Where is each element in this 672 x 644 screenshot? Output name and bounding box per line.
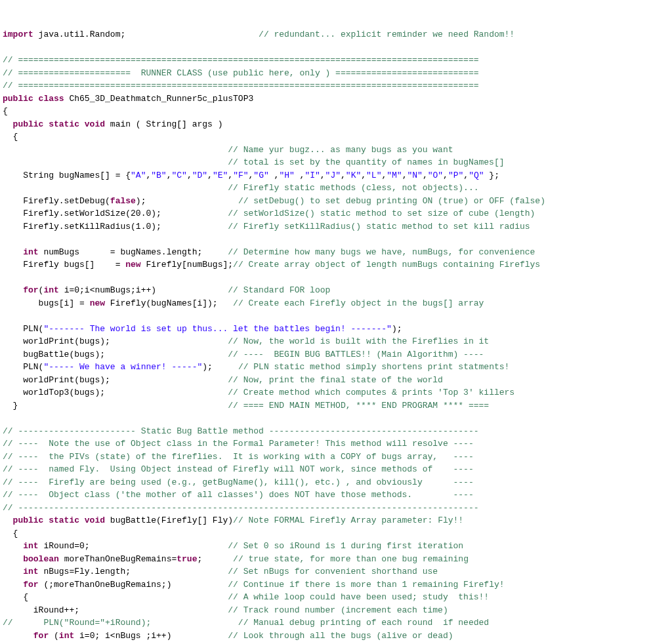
comment: // ==== END MAIN METHOD, **** END PROGRA… bbox=[228, 401, 489, 411]
keyword: false bbox=[110, 196, 136, 206]
code-text: } bbox=[3, 401, 228, 411]
comment: // =====================================… bbox=[3, 81, 479, 91]
punct: ); bbox=[202, 362, 238, 372]
code-text: java.util.Random; bbox=[33, 30, 259, 39]
code-text: iRound++; bbox=[3, 605, 228, 615]
comment: // Firefly setKillRadius() static method… bbox=[228, 222, 530, 231]
keyword: int bbox=[3, 567, 39, 576]
brace: { bbox=[3, 132, 18, 142]
code-text: worldPrint(bugs); bbox=[3, 375, 228, 385]
comment: // Track round number (increment each ti… bbox=[228, 605, 448, 615]
comment: // =====================================… bbox=[3, 55, 479, 65]
comment: // ====================== RUNNER CLASS (… bbox=[3, 68, 479, 78]
string: "O" bbox=[428, 171, 443, 180]
punct: , bbox=[295, 171, 305, 180]
keyword: int bbox=[59, 631, 74, 641]
comment: // Set 0 so iRound is 1 during first ite… bbox=[228, 541, 463, 551]
comment: // ---- the PIVs (state) of the fireflie… bbox=[3, 452, 474, 462]
keyword: new bbox=[125, 260, 140, 270]
code-text: iRound=0; bbox=[39, 541, 228, 551]
comment: // Create each Firefly object in the bug… bbox=[233, 298, 484, 308]
punct: , bbox=[207, 171, 213, 180]
comment: // ---- BEGIN BUG BATTLES!! (Main Algori… bbox=[228, 350, 484, 359]
code-text: { bbox=[3, 592, 228, 602]
code-text: i=0;i<numBugs;i++) bbox=[59, 285, 228, 295]
comment: // ----------------------- Static Bug Ba… bbox=[3, 426, 479, 436]
comment: // setWorldSize() static method to set s… bbox=[228, 209, 535, 218]
keyword: for bbox=[3, 580, 39, 590]
string: "J" bbox=[326, 171, 341, 180]
punct: ; bbox=[197, 554, 233, 564]
comment: // ---- Firefly are being used (e.g., ge… bbox=[3, 477, 474, 487]
punct: }; bbox=[484, 171, 499, 180]
string: "C" bbox=[171, 171, 186, 180]
string: "Q" bbox=[469, 171, 484, 180]
comment: // A while loop could have been used; st… bbox=[228, 592, 489, 602]
string: "I" bbox=[304, 171, 320, 180]
comment: // ---- Object class ('the mother of all… bbox=[3, 490, 474, 500]
keyword: int bbox=[43, 285, 58, 295]
comment: // Note FORMAL Firefly Array parameter: … bbox=[233, 515, 463, 525]
code-text: i=0; i<nBugs ;i++) bbox=[74, 631, 228, 641]
comment: // Create array object of length numBugs… bbox=[233, 260, 540, 270]
keyword: for bbox=[3, 631, 49, 641]
punct: , bbox=[443, 171, 448, 180]
string: "L" bbox=[366, 171, 381, 180]
string: "A" bbox=[131, 171, 146, 180]
code-text: Firefly.setWorldSize(20.0); bbox=[3, 209, 228, 218]
code-text: worldTop3(bugs); bbox=[3, 388, 228, 397]
string: "N" bbox=[407, 171, 422, 180]
punct: ( bbox=[49, 631, 59, 641]
comment: // Manual debug printing of each round i… bbox=[238, 618, 489, 628]
comment: // total is set by the quantity of names… bbox=[3, 157, 505, 167]
code-text: ); bbox=[136, 196, 238, 206]
comment: // setDebug() to set debug printing ON (… bbox=[238, 196, 545, 206]
class-name: Ch65_3D_Deathmatch_Runner5c_plusTOP3 bbox=[64, 94, 254, 104]
code-text: bugBattle(bugs); bbox=[3, 350, 228, 359]
comment: // Firefly static methods (cless, not ob… bbox=[3, 183, 479, 193]
code-text: PLN( bbox=[3, 362, 43, 372]
brace: { bbox=[3, 529, 18, 538]
keyword: int bbox=[3, 247, 39, 257]
code-text: String bugNames[] = { bbox=[3, 171, 131, 180]
string: "----- We have a winner! -----" bbox=[43, 362, 202, 372]
punct: ); bbox=[392, 324, 402, 334]
method-sig: bugBattle(Firefly[] Fly) bbox=[105, 515, 233, 525]
comment: // Name yur bugz... as many bugs as you … bbox=[3, 145, 453, 155]
string: "H" bbox=[279, 171, 294, 180]
punct: , bbox=[423, 171, 428, 180]
comment: // PLN("Round="+iRound); bbox=[3, 618, 238, 628]
string: "P" bbox=[448, 171, 463, 180]
punct: , bbox=[228, 171, 233, 180]
string: "B" bbox=[151, 171, 166, 180]
code-text: Firefly bugs[] = bbox=[3, 260, 125, 270]
keyword: int bbox=[3, 541, 39, 551]
code-text: (;moreThanOneBugRemains;) bbox=[39, 580, 228, 590]
code-text: Firefly.setKillRadius(1.0); bbox=[3, 222, 228, 231]
comment: // Now, the world is built with the Fire… bbox=[228, 336, 489, 346]
code-text: PLN( bbox=[3, 324, 43, 334]
keyword: public static void bbox=[3, 515, 105, 525]
keyword: new bbox=[90, 298, 105, 308]
punct: , bbox=[341, 171, 346, 180]
code-text: moreThanOneBugRemains= bbox=[59, 554, 177, 564]
code-text: bugs[i] = bbox=[3, 298, 90, 308]
code-text: numBugs = bugNames.length; bbox=[39, 247, 228, 257]
comment: // Create method which computes & prints… bbox=[228, 388, 514, 397]
string: "F" bbox=[233, 171, 248, 180]
string: "------- The world is set up thus... let… bbox=[43, 324, 392, 334]
comment: // PLN static method simply shortens pri… bbox=[238, 362, 509, 372]
punct: , bbox=[463, 171, 469, 180]
comment: // -------------------------------------… bbox=[3, 503, 479, 513]
keyword: for bbox=[3, 285, 39, 295]
keyword: true bbox=[177, 554, 197, 564]
punct: , bbox=[269, 171, 280, 180]
comment: // Standard FOR loop bbox=[228, 285, 330, 295]
comment: // ---- Note the use of Object class in … bbox=[3, 439, 474, 449]
comment: // Set nBugs for convenient shorthand us… bbox=[228, 567, 438, 576]
string: "K" bbox=[346, 171, 361, 180]
keyword-import: import bbox=[3, 30, 33, 39]
code-text: nBugs=Fly.length; bbox=[39, 567, 228, 576]
brace: { bbox=[3, 106, 8, 116]
code-text: Firefly.setDebug( bbox=[3, 196, 110, 206]
